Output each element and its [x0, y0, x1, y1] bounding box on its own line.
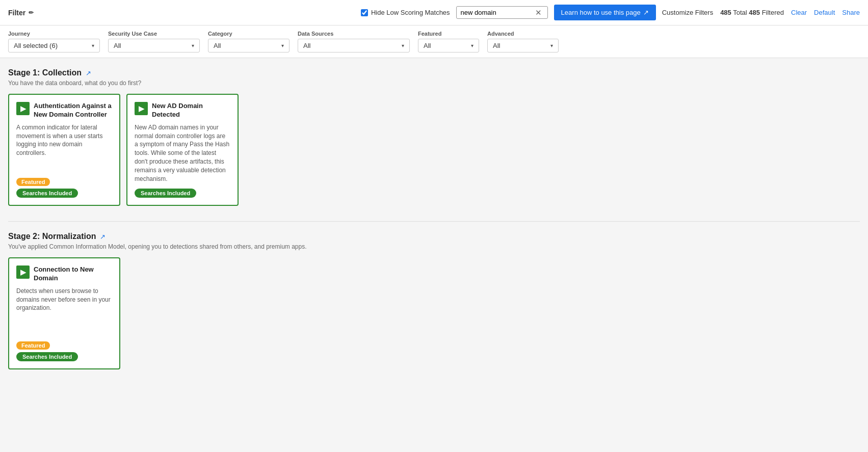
card3-icon: ▶ [16, 265, 30, 279]
clear-search-button[interactable]: ✕ [535, 9, 542, 16]
chevron-down-icon: ▾ [402, 43, 404, 48]
card3-title: Connection to New Domain [34, 265, 112, 283]
stage2-desc: You've applied Common Information Model,… [8, 243, 860, 250]
card2-title: New AD Domain Detected [152, 102, 230, 119]
stage2-section: Stage 2: Normalization ↗ You've applied … [8, 232, 860, 369]
top-actions: Customize Filters 485 Total 485 Filtered… [662, 9, 860, 16]
stage1-header: Stage 1: Collection ↗ [8, 68, 860, 77]
filter-group-advanced: Advanced All ▾ [487, 31, 559, 52]
search-box-wrapper: ✕ [456, 6, 548, 19]
filter-featured-value: All [424, 42, 431, 49]
filter-category-label: Category [208, 31, 290, 37]
top-bar: Filter ✏ Hide Low Scoring Matches ✕ Lear… [0, 0, 868, 25]
filter-datasources-label: Data Sources [298, 31, 410, 37]
filter-group-featured: Featured All ▾ [418, 31, 479, 52]
card-new-ad-domain[interactable]: ▶ New AD Domain Detected New AD domain n… [126, 94, 239, 206]
filter-datasources-value: All [303, 42, 310, 49]
card2-arrow-icon: ▶ [139, 104, 144, 113]
filter-group-category: Category All ▾ [208, 31, 290, 52]
card3-header: ▶ Connection to New Domain [16, 265, 112, 283]
card2-searches-tag: Searches Included [135, 189, 196, 198]
search-input[interactable] [461, 9, 532, 16]
card-connection-new-domain[interactable]: ▶ Connection to New Domain Detects when … [8, 257, 120, 369]
card1-arrow-icon: ▶ [20, 104, 26, 113]
card3-searches-tag: Searches Included [16, 352, 78, 361]
stage1-desc: You have the data onboard, what do you d… [8, 79, 860, 87]
stage2-cards: ▶ Connection to New Domain Detects when … [8, 257, 860, 369]
chevron-down-icon: ▾ [281, 43, 284, 48]
stage1-section: Stage 1: Collection ↗ You have the data … [8, 68, 860, 206]
hide-low-scoring-text: Hide Low Scoring Matches [371, 9, 450, 16]
filter-label: Filter ✏ [8, 9, 34, 17]
customize-filters-link[interactable]: Customize Filters [662, 9, 713, 16]
stage2-link-icon[interactable]: ↗ [100, 233, 106, 241]
filter-group-journey: Journey All selected (6) ▾ [8, 31, 100, 52]
card1-title: Authentication Against a New Domain Cont… [34, 102, 112, 119]
count-info: 485 Total 485 Filtered [720, 9, 784, 16]
chevron-down-icon: ▾ [471, 43, 474, 48]
card1-tags: Featured Searches Included [16, 178, 112, 198]
hide-low-scoring-checkbox[interactable] [361, 9, 368, 16]
filter-text: Filter [8, 9, 25, 17]
total-count: 485 [720, 9, 731, 16]
stage-divider [8, 221, 860, 222]
filter-security-value: All [114, 42, 121, 49]
card3-arrow-icon: ▶ [20, 268, 26, 276]
stage2-header: Stage 2: Normalization ↗ [8, 232, 860, 241]
external-link-icon: ↗ [643, 9, 649, 16]
card3-desc: Detects when users browse to domains nev… [16, 287, 112, 337]
stage1-title: Stage 1: Collection [8, 68, 82, 77]
filter-category-select[interactable]: All ▾ [208, 39, 290, 52]
card1-searches-tag: Searches Included [16, 189, 78, 198]
default-link[interactable]: Default [814, 9, 835, 16]
stage2-title: Stage 2: Normalization [8, 232, 96, 241]
card3-featured-tag: Featured [16, 341, 50, 350]
stage1-cards: ▶ Authentication Against a New Domain Co… [8, 94, 860, 206]
filter-advanced-label: Advanced [487, 31, 559, 37]
hide-low-scoring-label[interactable]: Hide Low Scoring Matches [361, 9, 450, 16]
pencil-icon[interactable]: ✏ [29, 9, 34, 16]
filter-group-datasources: Data Sources All ▾ [298, 31, 410, 52]
card2-header: ▶ New AD Domain Detected [135, 102, 230, 119]
filter-advanced-value: All [493, 42, 500, 49]
card2-icon: ▶ [135, 102, 148, 115]
stage1-link-icon[interactable]: ↗ [86, 69, 91, 77]
chevron-down-icon: ▾ [192, 43, 194, 48]
filtered-label: Filtered [762, 9, 784, 16]
filtered-count: 485 [749, 9, 760, 16]
filter-security-select[interactable]: All ▾ [108, 39, 200, 52]
card1-header: ▶ Authentication Against a New Domain Co… [16, 102, 112, 119]
filter-journey-label: Journey [8, 31, 100, 37]
filter-journey-value: All selected (6) [14, 42, 58, 49]
card3-tags: Featured Searches Included [16, 341, 112, 361]
filter-group-security: Security Use Case All ▾ [108, 31, 200, 52]
card1-desc: A common indicator for lateral movement … [16, 123, 112, 174]
card1-featured-tag: Featured [16, 178, 50, 186]
card2-tags: Searches Included [135, 189, 230, 198]
filter-advanced-select[interactable]: All ▾ [487, 39, 559, 52]
learn-button[interactable]: Learn how to use this page ↗ [554, 5, 656, 20]
filter-datasources-select[interactable]: All ▾ [298, 39, 410, 52]
chevron-down-icon: ▾ [550, 43, 553, 48]
chevron-down-icon: ▾ [92, 43, 94, 48]
learn-btn-text: Learn how to use this page [561, 9, 641, 16]
card2-desc: New AD domain names in your normal domai… [135, 123, 230, 184]
filter-row: Journey All selected (6) ▾ Security Use … [0, 25, 868, 58]
filter-featured-select[interactable]: All ▾ [418, 39, 479, 52]
filter-security-label: Security Use Case [108, 31, 200, 37]
main-content: Stage 1: Collection ↗ You have the data … [0, 58, 868, 452]
card1-icon: ▶ [16, 102, 30, 115]
filter-journey-select[interactable]: All selected (6) ▾ [8, 39, 100, 52]
card-auth-domain-controller[interactable]: ▶ Authentication Against a New Domain Co… [8, 94, 120, 206]
filter-featured-label: Featured [418, 31, 479, 37]
total-label: Total [733, 9, 747, 16]
clear-link[interactable]: Clear [791, 9, 807, 16]
filter-category-value: All [214, 42, 221, 49]
share-link[interactable]: Share [842, 9, 860, 16]
